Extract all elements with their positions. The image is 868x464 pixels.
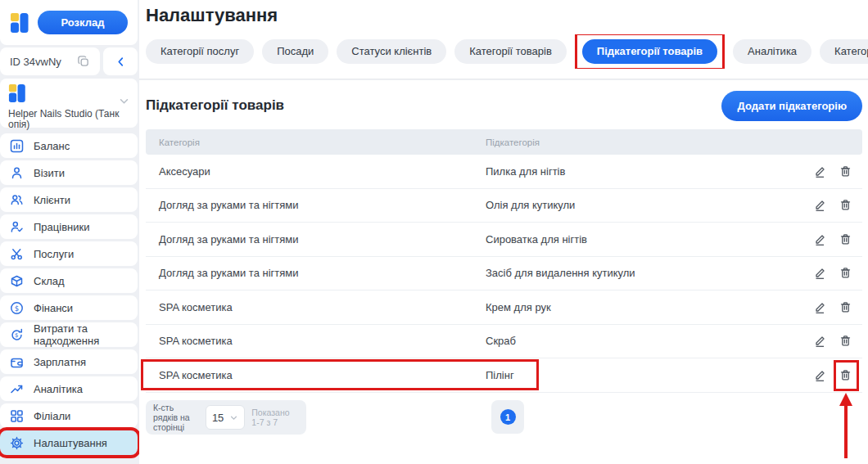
tab-analytics[interactable]: Аналітика [733, 39, 811, 64]
cell-subcategory: Олія для кутикули [486, 199, 812, 211]
subcategories-table: Категорія Підкатегорія Аксесуари Пилка д… [146, 129, 862, 393]
company-logo-icon [8, 83, 28, 103]
company-selector[interactable]: Helper Nails Studio (Танк опія) [0, 79, 138, 128]
cell-category: Догляд за руками та нігтями [146, 233, 486, 246]
chevron-down-icon [118, 95, 130, 107]
trash-icon [839, 266, 852, 280]
page-number-button[interactable]: 1 [500, 409, 516, 425]
visits-person-icon [10, 166, 24, 180]
tab-product-categories[interactable]: Категорії товарів [454, 39, 567, 64]
copy-icon[interactable] [77, 55, 90, 68]
services-scissors-icon [10, 247, 24, 261]
sidebar-item-clients[interactable]: Клієнти [0, 187, 138, 212]
edit-button[interactable] [812, 164, 827, 178]
clients-people-icon [10, 193, 24, 207]
sidebar-item-label: Працівники [34, 221, 89, 233]
section-title: Підкатегорії товарів [146, 97, 284, 114]
edit-button[interactable] [812, 334, 827, 349]
sidebar-item-label: Візити [34, 167, 65, 179]
sidebar-collapse-button[interactable] [103, 47, 138, 75]
sidebar-item-label: Налаштування [34, 437, 107, 449]
edit-button[interactable] [812, 198, 827, 213]
table-row: Догляд за руками та нігтями Олія для кут… [146, 189, 862, 223]
cell-category: Аксесуари [146, 165, 486, 178]
trash-icon [839, 232, 852, 246]
branches-grid-icon [10, 409, 24, 423]
table-row: Догляд за руками та нігтями Сироватка дл… [146, 223, 862, 257]
table-row-highlighted: SPA косметика Пілінг [146, 358, 862, 393]
pagination-controls: К-сть рядків на сторінці 15 Показано 1-7… [146, 400, 306, 435]
edit-button[interactable] [812, 232, 827, 246]
sidebar-item-label: Зарплатня [34, 356, 86, 368]
sidebar-item-balance[interactable]: Баланс [0, 133, 138, 158]
analytics-trend-icon [10, 382, 24, 396]
tab-expense-categories[interactable]: Категорії витрат та над [820, 39, 868, 64]
svg-text:$: $ [15, 304, 19, 312]
chevron-down-icon [229, 413, 238, 422]
rows-per-page-select[interactable]: 15 [206, 405, 245, 430]
cell-subcategory: Пілінг [486, 369, 812, 381]
edit-pencil-icon [813, 266, 827, 280]
add-subcategory-button[interactable]: Додати підкатегорію [721, 91, 862, 121]
sidebar-item-analytics[interactable]: Аналітика [0, 376, 138, 401]
sidebar-item-finance[interactable]: $ Фінанси [0, 295, 138, 320]
sidebar-item-label: Баланс [34, 140, 70, 152]
cell-category: Догляд за руками та нігтями [146, 267, 486, 279]
edit-button[interactable] [812, 367, 827, 382]
annotation-arrow-shaft [844, 405, 848, 458]
page-title: Налаштування [146, 5, 278, 26]
annotation-arrow-head [839, 393, 852, 406]
delete-button-highlighted[interactable] [838, 367, 852, 382]
delete-button[interactable] [838, 198, 852, 213]
table-header: Категорія Підкатегорія [146, 129, 862, 155]
sidebar-item-label: Філіали [34, 410, 70, 422]
edit-pencil-icon [813, 334, 827, 348]
table-row: Аксесуари Пилка для нігтів [146, 155, 862, 189]
sidebar-item-label: Клієнти [34, 194, 70, 206]
chevron-left-icon [115, 56, 127, 68]
account-id: ID 34vwNy [10, 56, 61, 68]
sidebar-item-label: Фінанси [34, 302, 73, 314]
sidebar-item-label: Склад [34, 275, 65, 287]
sidebar-item-label: Аналітика [34, 383, 83, 395]
annotation-active-tab-box: Підкатегорії товарів [575, 34, 725, 69]
cell-category: Догляд за руками та нігтями [146, 199, 486, 211]
rows-per-page-value: 15 [212, 412, 224, 424]
tab-positions[interactable]: Посади [262, 39, 328, 64]
edit-pencil-icon [813, 368, 827, 382]
settings-gear-icon [10, 436, 24, 450]
cell-category: SPA косметика [146, 335, 486, 347]
company-name: Helper Nails Studio (Танк опія) [8, 109, 129, 130]
page-indicator-box: 1 [491, 400, 524, 434]
sidebar-item-expenses[interactable]: $ Витрати та надходження [0, 322, 138, 347]
edit-button[interactable] [812, 266, 827, 281]
delete-button[interactable] [838, 334, 852, 349]
delete-button[interactable] [838, 232, 852, 246]
sidebar-item-branches[interactable]: Філіали [0, 403, 138, 428]
settings-tabs: Категорії послуг Посади Статуси клієнтів… [146, 34, 868, 69]
edit-pencil-icon [813, 300, 827, 314]
sidebar-item-settings[interactable]: Налаштування [0, 430, 138, 455]
tab-client-statuses[interactable]: Статуси клієнтів [337, 39, 446, 64]
cell-subcategory: Сироватка для нігтів [486, 233, 812, 246]
cell-category: SPA косметика [146, 369, 486, 381]
sidebar-item-salary[interactable]: Зарплатня [0, 349, 138, 374]
tab-product-subcategories[interactable]: Підкатегорії товарів [582, 39, 717, 64]
sidebar-item-employees[interactable]: Працівники [0, 214, 138, 239]
tab-service-categories[interactable]: Категорії послуг [146, 39, 254, 64]
edit-button[interactable] [812, 300, 827, 314]
delete-button[interactable] [838, 266, 852, 281]
svg-text:$: $ [15, 332, 18, 339]
schedule-button[interactable]: Розклад [38, 11, 128, 34]
finance-dollar-icon: $ [10, 301, 24, 315]
sidebar-item-visits[interactable]: Візити [0, 160, 138, 185]
delete-button[interactable] [838, 300, 852, 314]
trash-icon [839, 198, 852, 212]
sidebar-item-services[interactable]: Послуги [0, 241, 138, 266]
column-header-category: Категорія [146, 137, 486, 147]
delete-button[interactable] [838, 164, 852, 178]
sidebar-item-stock[interactable]: Склад [0, 268, 138, 293]
cell-category: SPA косметика [146, 301, 486, 313]
trash-icon [839, 164, 852, 178]
employees-person-check-icon [10, 220, 24, 234]
